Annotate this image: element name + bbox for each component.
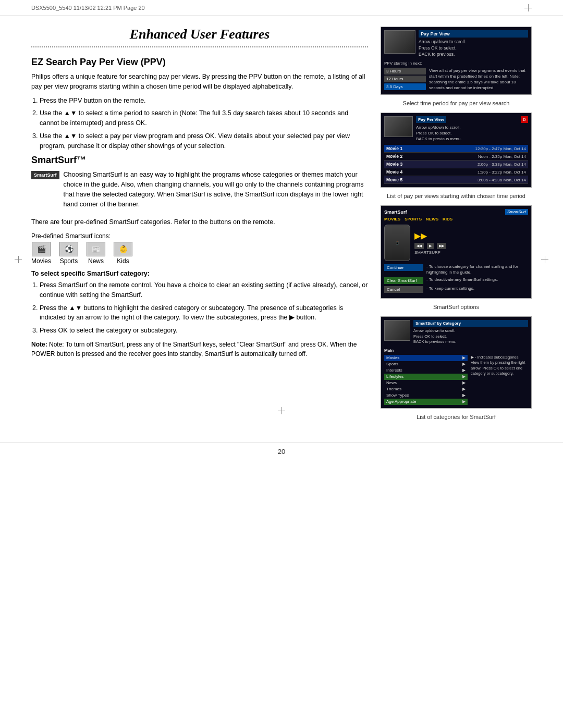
ss-continue-desc: - To choose a category for channel surfi… [426, 264, 528, 275]
ss-cat-news: NEWS [426, 217, 438, 221]
page-header: DSX5500_5540 11/13/02 12:21 PM Page 20 [0, 0, 563, 16]
sports-label: Sports [60, 257, 78, 265]
ss-category-tabs: MOVIES SPORTS NEWS KIDS [384, 217, 528, 221]
kids-label: Kids [117, 257, 129, 265]
ss-clear-desc: - To deactivate any SmartSurf settings. [426, 277, 498, 282]
section2-heading: SmartSurf™ [31, 155, 368, 166]
cat-item-themes: Themes ▶ [384, 386, 468, 392]
movie-row-3: Movie 3 2:00p - 3:33p Mon, Oct 14 [384, 161, 528, 168]
ppv1-thumbnail [384, 30, 415, 54]
smartsurf-logo: SmartSurf [31, 171, 59, 179]
ss-brand: SmartSurf [505, 209, 528, 215]
ppv1-caption: Select time period for pay per view sear… [381, 100, 532, 106]
sports-icon: ⚽ [59, 242, 78, 256]
icon-kids: 👶 Kids [114, 242, 132, 265]
ss-cancel-row: Cancel - To keep current settings. [384, 286, 528, 293]
ppv-screen2: Pay Per View D Arrow up/down to scroll.P… [381, 113, 532, 188]
ppv-screen1: Pay Per View Arrow up/down to scroll.Pre… [381, 27, 532, 95]
step-3: Use the ▲▼ to select a pay per view prog… [40, 131, 368, 151]
movies-icon: 🎬 [32, 242, 51, 256]
title-separator [31, 46, 368, 47]
select-step-3: Press OK to select the category or subca… [40, 326, 368, 336]
movie-row-4: Movie 4 1:30p - 3:22p Mon, Oct 14 [384, 168, 528, 176]
ss-cancel-btn[interactable]: Cancel [384, 286, 423, 293]
select-heading: To select specific SmartSurf category: [31, 270, 368, 277]
ss-btn-next: ▶▶ [437, 243, 446, 249]
cat-list: Movies ▶ Sports ▶ Interests ▶ Lifestyl [384, 355, 468, 405]
cat-main-label: Main [384, 347, 528, 354]
ss-continue-btn[interactable]: Continue [384, 264, 423, 271]
ss-title: SmartSurf [384, 209, 407, 215]
ss-cat-kids: KIDS [443, 217, 452, 221]
smartsurf-note: Note: Note: To turn off SmartSurf, press… [31, 340, 368, 359]
page-footer: 20 [0, 442, 563, 461]
cat-item-news: News ▶ [384, 380, 468, 386]
ss-clear-btn[interactable]: Clear SmartSurf [384, 277, 423, 284]
section1-steps: Press the PPV button on the remote. Use … [31, 96, 368, 151]
icon-sports: ⚽ Sports [59, 242, 78, 265]
ss-caption: SmartSurf options [381, 304, 532, 310]
cat-right-text: ▶ - Indicates subcategories. View them b… [471, 355, 528, 405]
smartsurf-screen: SmartSurf SmartSurf MOVIES SPORTS NEWS K… [381, 205, 532, 299]
ss-continue-row: Continue - To choose a category for chan… [384, 264, 528, 275]
bottom-crosshair [278, 407, 285, 416]
ss-cat-sports: SPORTS [405, 217, 422, 221]
cat-item-lifestyles: Lifestyles ▶ [384, 374, 468, 380]
ppv1-side-text: View a list of pay per view programs and… [429, 68, 528, 91]
movies-label: Movies [31, 257, 51, 265]
header-crosshair [524, 4, 532, 11]
select-step-2: Press the ▲▼ buttons to highlight the de… [40, 303, 368, 323]
cat-item-age-appropriate: Age Appropriate ▶ [384, 399, 468, 405]
news-label: News [88, 257, 104, 265]
movie-row-5: Movie 5 3:00a - 4:23a Mon, Oct 14 [384, 176, 528, 184]
kids-icon: 👶 [114, 242, 132, 256]
header-text: DSX5500_5540 11/13/02 12:21 PM Page 20 [31, 5, 145, 11]
left-column: Enhanced User Features EZ Search Pay Per… [31, 27, 368, 426]
smartsurf-intro-text: Choosing SmartSurf is an easy way to hig… [64, 170, 368, 209]
category-screen: SmartSurf by Category Arrow up/down to s… [381, 316, 532, 409]
left-margin-crosshair [15, 256, 22, 265]
cat-instructions: Arrow up/down to scroll.Press OK to sele… [413, 328, 528, 345]
ppv1-option-35d: 3.5 Days [384, 83, 426, 90]
right-column: Pay Per View Arrow up/down to scroll.Pre… [381, 27, 532, 426]
cat-body: Movies ▶ Sports ▶ Interests ▶ Lifestyl [384, 355, 528, 405]
select-step-1: Press SmartSurf on the remote control. Y… [40, 280, 368, 300]
cat-item-show-types: Show Types ▶ [384, 392, 468, 399]
select-steps: Press SmartSurf on the remote control. Y… [31, 280, 368, 336]
cat-thumbnail [384, 320, 410, 341]
ppv2-title: Pay Per View [416, 116, 446, 123]
ppv1-options: 3 Hours 12 Hours 3.5 Days [384, 68, 426, 91]
news-icon: 📰 [87, 242, 105, 256]
ppv2-caption: List of pay per views starting within ch… [381, 193, 532, 199]
predefined-label: Pre-defined Smartsurf icons: [31, 232, 368, 240]
predefined-icons-section: Pre-defined Smartsurf icons: 🎬 Movies ⚽ … [31, 232, 368, 265]
ss-remote-image: 📱 [384, 225, 410, 261]
ppv1-starting-label: PPV starting in next: [384, 61, 528, 66]
icon-row: 🎬 Movies ⚽ Sports 📰 News 👶 Kids [31, 242, 368, 265]
cat-item-sports: Sports ▶ [384, 361, 468, 367]
right-margin-crosshair [541, 256, 548, 265]
movie-row-1: Movie 1 12:30p - 2:47p Mon, Oct 14 [384, 145, 528, 153]
cat-screen-title: SmartSurf by Category [413, 320, 528, 327]
ss-btn-play: ▶ [427, 243, 434, 249]
ppv2-thumbnail [384, 116, 413, 137]
movie-row-2: Movie 2 Noon - 2:35p Mon, Oct 14 [384, 153, 528, 161]
icon-movies: 🎬 Movies [31, 242, 51, 265]
ppv2-movie-list: Movie 1 12:30p - 2:47p Mon, Oct 14 Movie… [384, 145, 528, 184]
section1-intro: Philips offers a unique feature for sear… [31, 72, 368, 92]
ppv1-title: Pay Per View [419, 30, 528, 38]
ss-cancel-desc: - To keep current settings. [426, 286, 474, 291]
ppv1-option-3h: 3 Hours [384, 68, 426, 75]
ppv1-option-12h: 12 Hours [384, 76, 426, 82]
cat-caption: List of categories for SmartSurf [381, 414, 532, 420]
ppv1-instructions: Arrow up/down to scroll.Press OK to sele… [419, 39, 528, 58]
cat-item-interests: Interests ▶ [384, 367, 468, 374]
cat-item-movies: Movies ▶ [384, 355, 468, 361]
step-2: Use the ▲▼ to select a time period to se… [40, 108, 368, 128]
ss-remote-area: 📱 ▶▶ ◀◀ ▶ ▶▶ SMARTSURF [384, 225, 528, 261]
page-title: Enhanced User Features [31, 27, 368, 42]
smartsurf-intro-block: SmartSurf Choosing SmartSurf is an easy … [31, 170, 368, 213]
ss-clear-row: Clear SmartSurf - To deactivate any Smar… [384, 277, 528, 284]
smartsurf-predefined-text: There are four pre-defined SmartSurf cat… [31, 217, 368, 227]
ss-btn-prev: ◀◀ [414, 243, 424, 249]
